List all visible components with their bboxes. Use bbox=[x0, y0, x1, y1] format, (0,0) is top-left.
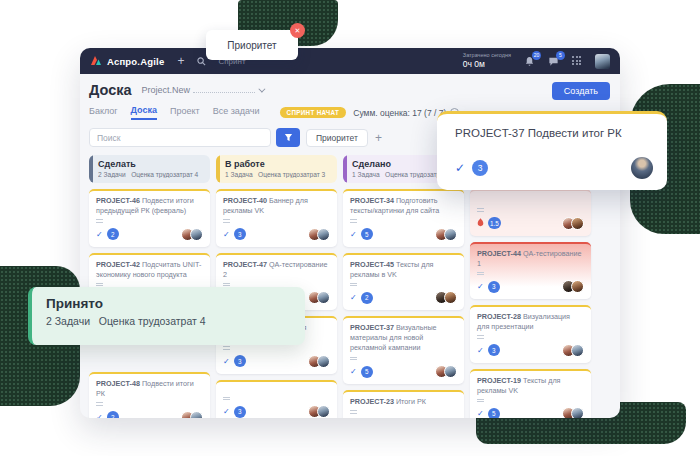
callout-meta: 2 Задачи Оценка трудозатрат 4 bbox=[46, 315, 291, 327]
notifications-count: 20 bbox=[532, 51, 541, 60]
description-icon bbox=[96, 402, 203, 406]
tooltip-label: Приоритет bbox=[227, 40, 276, 51]
estimate-badge: 2 bbox=[107, 411, 119, 418]
task-id: PROJECT-42 bbox=[96, 260, 140, 269]
task-id: PROJECT-19 bbox=[477, 376, 521, 385]
description-icon bbox=[223, 397, 330, 401]
task-card[interactable]: PROJECT-44 QA-тестирование 1 ✓3 bbox=[470, 242, 591, 300]
close-icon[interactable]: ✕ bbox=[290, 23, 305, 38]
description-icon bbox=[350, 219, 457, 223]
estimate-badge: 2 bbox=[107, 228, 119, 240]
estimate-badge: 3 bbox=[488, 344, 500, 356]
check-icon: ✓ bbox=[350, 367, 357, 376]
project-name: Project.New bbox=[142, 85, 191, 95]
description-icon bbox=[477, 335, 584, 339]
check-icon: ✓ bbox=[96, 230, 103, 239]
search-icon[interactable] bbox=[197, 57, 206, 66]
description-icon bbox=[350, 410, 457, 414]
description-icon bbox=[477, 208, 584, 212]
avatar bbox=[571, 217, 584, 230]
tab-project[interactable]: Проект bbox=[170, 106, 200, 119]
task-card-popup[interactable]: PROJECT-37 Подвести итог РК ✓ 3 bbox=[437, 111, 667, 190]
time-spent-label: Затрачено сегодня bbox=[463, 52, 511, 59]
task-id: PROJECT-40 bbox=[223, 196, 267, 205]
selector-dots bbox=[193, 85, 255, 93]
time-spent: Затрачено сегодня 0ч 0м bbox=[463, 52, 511, 70]
avatar bbox=[190, 228, 203, 241]
task-id: PROJECT-45 bbox=[350, 260, 394, 269]
apps-grid-icon[interactable] bbox=[572, 56, 582, 66]
app-logo[interactable]: Аспро.Agile bbox=[90, 55, 164, 67]
avatar bbox=[444, 228, 457, 241]
task-id: PROJECT-28 bbox=[477, 312, 521, 321]
app-name: Аспро.Agile bbox=[107, 56, 164, 67]
column-title: В работе bbox=[225, 159, 330, 169]
funnel-icon bbox=[284, 133, 293, 142]
description-icon bbox=[96, 283, 203, 287]
avatar bbox=[571, 344, 584, 357]
check-icon: ✓ bbox=[350, 230, 357, 239]
task-card[interactable]: PROJECT-40 Баннер для рекламы VK ✓3 bbox=[216, 189, 337, 247]
priority-filter-chip[interactable]: Приоритет bbox=[306, 129, 368, 147]
description-icon bbox=[477, 399, 584, 403]
column-header[interactable]: В работе 1 Задача Оценка трудозатрат 3 bbox=[216, 155, 337, 183]
check-icon: ✓ bbox=[477, 409, 484, 418]
assignees bbox=[181, 228, 203, 241]
messages-count: 5 bbox=[556, 51, 565, 60]
assignees bbox=[308, 405, 330, 418]
tab-backlog[interactable]: Баклог bbox=[89, 106, 118, 119]
create-button[interactable]: Создать bbox=[552, 82, 610, 100]
search-input[interactable] bbox=[89, 128, 271, 147]
column-header[interactable]: Сделать 2 Задачи Оценка трудозатрат 4 bbox=[89, 155, 210, 183]
avatar bbox=[571, 407, 584, 418]
logo-icon bbox=[90, 55, 102, 67]
priority-tooltip: Приоритет ✕ bbox=[206, 30, 298, 60]
app-window: Аспро.Agile + Спринт Затрачено сегодня 0… bbox=[80, 48, 620, 418]
description-icon bbox=[223, 283, 330, 287]
estimate-badge: 2 bbox=[361, 292, 373, 304]
description-icon bbox=[477, 272, 584, 276]
description-icon bbox=[96, 219, 203, 223]
task-card[interactable]: PROJECT-46 Подвести итоги предыдущей РК … bbox=[89, 189, 210, 247]
column-meta: 1 Задача Оценка трудозатрат 3 bbox=[225, 171, 330, 178]
task-id: PROJECT-37 bbox=[350, 323, 394, 332]
assignees bbox=[308, 355, 330, 368]
task-card[interactable]: PROJECT-48 Подвести итоги РК ✓2 bbox=[89, 372, 210, 418]
assignees bbox=[562, 344, 584, 357]
description-icon bbox=[223, 219, 330, 223]
task-card[interactable]: PROJECT-37 Визуальные материалы для ново… bbox=[343, 316, 464, 384]
task-card[interactable]: PROJECT-34 Подготовить тексты/картинки д… bbox=[343, 189, 464, 247]
column-title: Сделать bbox=[98, 159, 203, 169]
add-filter-button[interactable]: + bbox=[375, 132, 382, 144]
messages-button[interactable]: 5 bbox=[548, 56, 559, 67]
task-card[interactable]: PROJECT-23 Итоги РК ✓5 bbox=[343, 390, 464, 418]
estimate-badge: 3 bbox=[234, 406, 246, 418]
task-id: PROJECT-44 bbox=[477, 249, 521, 258]
task-card[interactable]: PROJECT-28 Визуализация для презентации … bbox=[470, 305, 591, 363]
task-card[interactable]: ✓3 bbox=[216, 380, 337, 418]
tab-board[interactable]: Доска bbox=[131, 105, 157, 120]
task-card[interactable]: PROJECT-45 Тексты для рекламы в VK ✓2 bbox=[343, 253, 464, 311]
user-avatar[interactable] bbox=[595, 54, 610, 69]
assignees bbox=[435, 365, 457, 378]
description-icon bbox=[350, 357, 457, 361]
assignees bbox=[562, 407, 584, 418]
tab-all-tasks[interactable]: Все задачи bbox=[213, 106, 260, 119]
estimate-badge: 3 bbox=[488, 281, 500, 293]
notifications-button[interactable]: 20 bbox=[524, 56, 535, 67]
check-icon: ✓ bbox=[223, 407, 230, 416]
assignees bbox=[435, 291, 457, 304]
check-icon: ✓ bbox=[350, 293, 357, 302]
add-icon[interactable]: + bbox=[177, 55, 184, 67]
project-selector[interactable]: Project.New bbox=[142, 85, 264, 95]
assignees bbox=[308, 291, 330, 304]
task-card[interactable]: PROJECT-19 Тексты для рекламы VK ✓5 bbox=[470, 369, 591, 418]
assignees bbox=[308, 228, 330, 241]
assignees bbox=[181, 411, 203, 418]
avatar bbox=[317, 291, 330, 304]
filter-button[interactable] bbox=[276, 128, 300, 147]
estimate-badge: 3 bbox=[472, 160, 488, 176]
avatar bbox=[444, 291, 457, 304]
task-card[interactable]: 1.5 bbox=[470, 189, 591, 236]
assignees bbox=[562, 280, 584, 293]
